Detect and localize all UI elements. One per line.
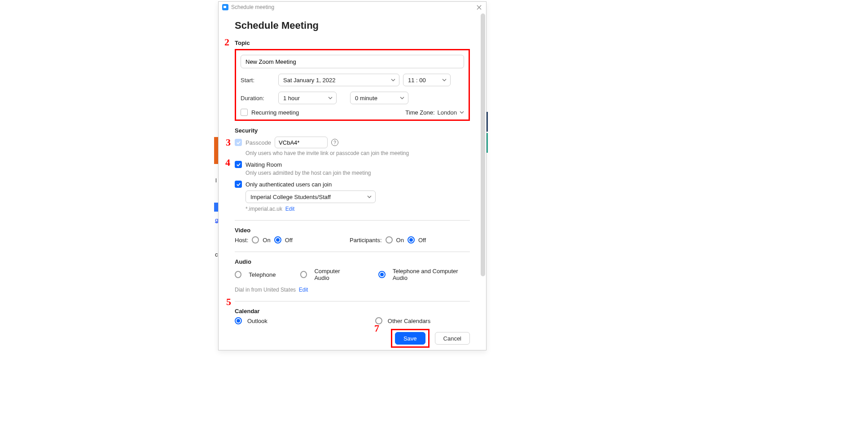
chevron-down-icon	[367, 195, 372, 199]
video-on-label-2: On	[396, 237, 404, 244]
participants-video-off-radio[interactable]	[408, 236, 415, 244]
schedule-meeting-dialog: Schedule meeting Schedule Meeting Topic …	[218, 1, 487, 350]
auth-users-checkbox[interactable]	[235, 181, 242, 188]
topic-input[interactable]	[241, 55, 464, 68]
cancel-button[interactable]: Cancel	[435, 332, 470, 345]
recurring-checkbox[interactable]	[241, 109, 248, 116]
step-3-annotation: 3	[226, 137, 231, 148]
info-icon[interactable]: ?	[331, 139, 338, 146]
scrollbar-thumb[interactable]	[481, 13, 485, 276]
duration-label: Duration:	[241, 95, 275, 102]
video-label: Video	[235, 227, 470, 234]
audio-computer-label: Computer Audio	[314, 268, 354, 281]
timezone-value: London	[438, 109, 457, 116]
chevron-down-icon	[442, 78, 447, 82]
page-title: Schedule Meeting	[235, 20, 470, 31]
participants-video-on-radio[interactable]	[386, 236, 393, 244]
calendar-outlook-radio[interactable]	[235, 317, 242, 324]
recurring-label: Recurring meeting	[251, 109, 299, 116]
start-time-select[interactable]: 11 : 00	[403, 74, 451, 86]
topic-label: Topic	[235, 40, 470, 46]
window-title: Schedule meeting	[231, 4, 274, 10]
start-date-select[interactable]: Sat January 1, 2022	[278, 74, 399, 86]
audio-computer-radio[interactable]	[300, 271, 307, 278]
duration-minutes-select[interactable]: 0 minute	[350, 92, 408, 104]
auth-option-select[interactable]: Imperial College Students/Staff	[245, 190, 376, 203]
passcode-hint: Only users who have the invite link or p…	[245, 150, 470, 156]
step-5-annotation: 5	[226, 296, 231, 308]
topic-highlight-box: Start: Sat January 1, 2022 11 : 00 Durat…	[235, 49, 470, 121]
duration-hours-value: 1 hour	[283, 95, 300, 102]
save-highlight-box: Save	[391, 329, 430, 348]
auth-edit-link[interactable]: Edit	[285, 206, 295, 212]
passcode-input[interactable]	[275, 137, 328, 148]
video-host-label: Host:	[235, 237, 248, 244]
zoom-app-icon	[222, 4, 228, 10]
bg-char-l: l	[215, 177, 217, 184]
audio-both-radio[interactable]	[378, 271, 385, 278]
titlebar: Schedule meeting	[219, 2, 486, 13]
calendar-outlook-label: Outlook	[247, 318, 267, 324]
divider	[235, 301, 470, 301]
timezone-prefix: Time Zone:	[405, 109, 434, 116]
bg-char-c: c	[215, 251, 218, 258]
passcode-label: Passcode	[245, 139, 271, 146]
start-date-value: Sat January 1, 2022	[283, 77, 335, 84]
start-time-value: 11 : 00	[408, 77, 426, 84]
divider	[235, 220, 470, 221]
host-video-off-radio[interactable]	[274, 236, 281, 244]
close-icon[interactable]	[475, 4, 482, 11]
chevron-down-icon	[400, 96, 404, 100]
passcode-checkbox	[235, 139, 242, 146]
chevron-down-icon	[328, 96, 333, 100]
audio-both-label: Telephone and Computer Audio	[393, 268, 470, 281]
video-on-label-1: On	[263, 237, 270, 244]
video-participants-label: Participants:	[350, 237, 382, 244]
step-2-annotation: 2	[224, 36, 229, 48]
security-label: Security	[235, 127, 470, 134]
video-off-label-1: Off	[285, 237, 293, 244]
audio-telephone-radio[interactable]	[235, 271, 241, 278]
divider	[235, 252, 470, 252]
timezone-select[interactable]: Time Zone: London	[405, 109, 464, 116]
chevron-down-icon	[391, 78, 395, 82]
save-button[interactable]: Save	[395, 332, 425, 345]
auth-users-label: Only authenticated users can join	[245, 181, 332, 188]
bg-char-g: g	[215, 217, 218, 223]
calendar-label: Calendar	[235, 308, 470, 314]
step-7-annotation: 7	[374, 323, 379, 334]
dial-in-edit-link[interactable]: Edit	[299, 287, 308, 293]
auth-domain: *.imperial.ac.uk	[245, 206, 282, 212]
video-off-label-2: Off	[418, 237, 426, 244]
chevron-down-icon	[460, 110, 464, 115]
waiting-room-checkbox[interactable]	[235, 161, 242, 168]
audio-telephone-label: Telephone	[249, 271, 276, 278]
dial-in-label: Dial in from United States	[235, 287, 296, 293]
calendar-other-label: Other Calendars	[388, 318, 430, 324]
auth-option-value: Imperial College Students/Staff	[250, 194, 331, 200]
audio-label: Audio	[235, 258, 470, 265]
duration-minutes-value: 0 minute	[355, 95, 377, 102]
host-video-on-radio[interactable]	[252, 236, 259, 244]
start-label: Start:	[241, 77, 275, 84]
waiting-room-label: Waiting Room	[245, 161, 282, 168]
step-4-annotation: 4	[225, 157, 230, 168]
duration-hours-select[interactable]: 1 hour	[278, 92, 337, 104]
waiting-room-hint: Only users admitted by the host can join…	[245, 170, 470, 176]
